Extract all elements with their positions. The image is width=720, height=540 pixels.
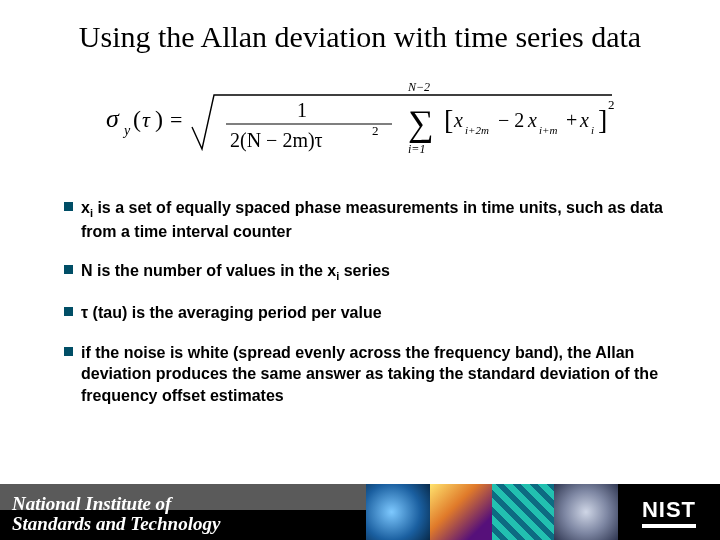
svg-text:1: 1 — [297, 99, 307, 121]
svg-text:x: x — [579, 109, 589, 131]
svg-text:(: ( — [133, 106, 141, 132]
svg-text:2: 2 — [608, 97, 615, 112]
bullet-text: N is the number of values in the xi seri… — [81, 260, 390, 284]
bullet-marker-icon — [64, 265, 73, 274]
svg-text:2: 2 — [372, 123, 379, 138]
bullet-marker-icon — [64, 307, 73, 316]
svg-text:): ) — [155, 106, 163, 132]
bullet-text: τ (tau) is the averaging period per valu… — [81, 302, 382, 324]
slide-footer: National Institute ofStandards and Techn… — [0, 484, 720, 540]
svg-text:[: [ — [444, 104, 453, 135]
svg-text:y: y — [122, 123, 131, 138]
bullet-list: xi is a set of equally spaced phase meas… — [64, 197, 664, 407]
svg-text:σ: σ — [106, 104, 120, 133]
slide-title: Using the Allan deviation with time seri… — [48, 20, 672, 55]
svg-text:=: = — [170, 107, 182, 132]
bullet-item: τ (tau) is the averaging period per valu… — [64, 302, 664, 324]
svg-text:+: + — [566, 109, 577, 131]
bullet-item: N is the number of values in the xi seri… — [64, 260, 664, 284]
svg-text:N−2: N−2 — [407, 80, 430, 94]
svg-text:− 2: − 2 — [498, 109, 524, 131]
svg-text:τ: τ — [142, 107, 151, 132]
org-name: National Institute ofStandards and Techn… — [12, 494, 220, 534]
svg-text:∑: ∑ — [408, 103, 434, 143]
svg-text:2(N − 2m)τ: 2(N − 2m)τ — [230, 129, 323, 152]
bullet-marker-icon — [64, 347, 73, 356]
svg-text:x: x — [527, 109, 537, 131]
allan-deviation-formula: σ y ( τ ) = 1 2(N − 2m)τ 2 ∑ N−2 i=1 [ x… — [100, 77, 620, 161]
svg-text:i+m: i+m — [539, 124, 557, 136]
bullet-item: if the noise is white (spread evenly acr… — [64, 342, 664, 407]
svg-text:i: i — [591, 124, 594, 136]
nist-logo-text: NIST — [642, 497, 696, 528]
svg-text:]: ] — [598, 104, 607, 135]
nist-logo: NIST — [618, 484, 720, 540]
bullet-text: xi is a set of equally spaced phase meas… — [81, 197, 664, 243]
svg-text:i+2m: i+2m — [465, 124, 489, 136]
org-name-banner: National Institute ofStandards and Techn… — [0, 484, 366, 540]
svg-text:x: x — [453, 109, 463, 131]
bullet-item: xi is a set of equally spaced phase meas… — [64, 197, 664, 243]
bullet-text: if the noise is white (spread evenly acr… — [81, 342, 664, 407]
slide: Using the Allan deviation with time seri… — [0, 0, 720, 540]
bullet-marker-icon — [64, 202, 73, 211]
svg-text:i=1: i=1 — [408, 142, 425, 156]
decorative-image-strip — [366, 484, 618, 540]
